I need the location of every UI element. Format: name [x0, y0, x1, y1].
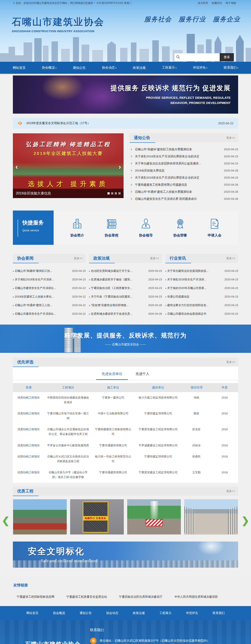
quick-item-charter[interactable]: 协会章程 [105, 218, 118, 238]
notices-more-link[interactable]: 更多>> [226, 136, 235, 140]
footer-nav-awards[interactable]: 评优评先 [179, 611, 205, 615]
carousel-dot-3[interactable] [115, 192, 117, 194]
list-item: “营改增”后建筑业项目部增值...2020-04-28 [89, 301, 162, 310]
news-link[interactable]: 石嘴山市建筑安全生产月演讲比... [13, 312, 70, 316]
selection-more-link[interactable]: 更多>> [226, 360, 235, 364]
news-link[interactable]: “营改增”后建筑业项目部增值... [89, 303, 146, 307]
contact-title: 联系我们 [90, 628, 251, 632]
news-link[interactable]: 住房和城乡建设部关于改进住房... [89, 312, 146, 316]
slide-banner-text: 选拔人才 提升素质 [13, 180, 124, 188]
news-date: 2020-04-23 [148, 278, 162, 281]
notice-link[interactable]: 石嘴山市“商建杯”建筑职工技能大赛圆满结束 [135, 148, 222, 151]
footer-nav-policies[interactable]: 政策法规 [126, 611, 152, 615]
quick-item-intro[interactable]: 协会简介 [70, 218, 84, 238]
carousel-next-icon[interactable]: › [119, 163, 121, 170]
hero-banner: 提供服务 反映诉求 规范行为 促进发展 PROVIDE SERVICES, RE… [13, 76, 238, 114]
news-link[interactable]: 关于做好2020年石嘴山市房屋... [165, 286, 223, 290]
news-date: 2020-04-23 [224, 270, 238, 272]
nav-item-notices[interactable]: 通知公告 [65, 62, 94, 74]
footer-nav-projects[interactable]: 工程展示 [152, 611, 179, 615]
gallery-prev-icon[interactable]: ❮ [2, 516, 10, 525]
medal-icon [174, 218, 186, 230]
books-icon [106, 218, 118, 230]
footer-nav-home[interactable]: 网站首页 [19, 611, 46, 615]
carousel-prev-icon[interactable]: ‹ [16, 163, 18, 170]
notice-link[interactable]: 石嘴山市建筑安全生产月演讲比赛 获得圆满成功 [135, 197, 222, 201]
notice-link[interactable]: 宁夏商建建筑工程集团有限公司援建信息 [135, 183, 222, 187]
search-input[interactable] [174, 53, 220, 61]
news-link[interactable]: 关于举办建筑业抗击新冠肺炎疫... [165, 269, 223, 273]
carousel-dot-2[interactable] [111, 192, 113, 194]
cell-project: 平罗县公共服务中心配套附属用房 [44, 440, 92, 451]
list-item: 自治区住房和城乡建设厅关于实...2020-04-23 [89, 267, 162, 275]
quick-item-leaders[interactable]: 协会领导 [139, 218, 153, 238]
nav-item-policies[interactable]: 政策法规 [125, 62, 154, 74]
notice-link[interactable]: 关于举办建筑业抗击新冠肺炎疫情系列公益直播讲... [135, 162, 222, 166]
railing-image [184, 506, 194, 535]
quick-item-label: 协会荣誉 [173, 233, 187, 238]
notice-link[interactable]: 关于表彰2019安全生产月演讲比赛获奖企业的决定 [135, 154, 222, 158]
column-association-news: 协会要闻 更多>> 石嘴山市“商建杯”建筑职工技...2020-04-23 关于… [13, 254, 86, 318]
search-button[interactable]: 搜索 [220, 53, 234, 61]
news-link[interactable]: 自治区住房和城乡建设厅关于实... [89, 269, 146, 273]
banner-subtitle-line1: PROVIDE SERVICES, REFLECT DEMANDS, REGUL… [110, 95, 231, 100]
gallery-photo-site-ceremony[interactable] [13, 499, 67, 535]
news-link[interactable]: 住房城乡建设部关于修改《建筑... [89, 278, 146, 282]
gallery-photo-elevator-shaft[interactable]: 电梯井口 注意安全 [70, 499, 124, 535]
friend-link[interactable]: 中华人民共和国住房和城乡建设部 [174, 595, 218, 599]
nav-item-about[interactable]: 协会概况 [34, 62, 65, 74]
news-link[interactable]: 石嘴山市建筑业协会募捐倡议书 [165, 312, 223, 316]
quick-item-apply[interactable]: 申请入会 [208, 218, 221, 238]
nav-item-contact[interactable]: 联系我们 [216, 62, 246, 74]
nav-item-awards[interactable]: 评优评先 [185, 62, 216, 74]
news-link[interactable]: 宁夏回族自治区《工程质量安全... [89, 286, 146, 290]
notice-link[interactable]: 2019全区技能大赛信息 [135, 169, 222, 172]
cell-award: 优质结构工程项目 [13, 424, 44, 440]
safety-sign-text: 电梯井口 注意安全 [83, 516, 108, 520]
news-link[interactable]: 2019全区建筑工人技能大赛在... [13, 295, 70, 299]
cell-manager: 苏克富 [182, 424, 211, 440]
carousel-dot-4[interactable] [118, 192, 121, 194]
tab-advanced-member-units[interactable]: 先进会员单位 [96, 369, 128, 380]
news-link[interactable]: 建筑业要全力打好控疫情和促发... [165, 303, 223, 307]
announcement-link[interactable]: 2019年度质量安全文明标准化示范工地（17号） [25, 121, 218, 125]
bookmark-site-link[interactable]: 收藏本站 [210, 1, 224, 5]
quick-service-label: 快捷服务 Quick service [13, 210, 54, 245]
carousel-dot-1[interactable] [107, 192, 110, 194]
news-link[interactable]: 石嘴山市“华通杯”建筑工人技... [13, 303, 70, 307]
news-link[interactable]: 关于表彰2019安全生产月演讲... [13, 278, 70, 282]
news-link[interactable]: 关于印发《宁夏回族自治区建筑... [89, 295, 146, 299]
gallery-next-icon[interactable]: ❯ [241, 516, 249, 525]
list-item: 关于举办建筑业抗击新冠肺炎疫...2020-04-23 [165, 267, 238, 275]
footer-nav-contact[interactable]: 联系我们 [205, 611, 232, 615]
column-more-link[interactable]: 更多>> [226, 256, 235, 260]
nav-item-home[interactable]: 网站首页 [5, 62, 34, 74]
tab-advanced-individuals[interactable]: 先进个人 [130, 369, 155, 380]
news-link[interactable]: 石嘴山市“商建杯”建筑职工技... [13, 269, 70, 273]
news-link[interactable]: 关于表彰2019安全生产月演讲... [165, 278, 223, 282]
footer-nav-about[interactable]: 协会概况 [46, 611, 72, 615]
gallery-photo-water-test[interactable] [127, 499, 181, 535]
nav-item-projects[interactable]: 工程展示 [154, 62, 185, 74]
notice-link[interactable]: 石嘴山市“华通杯”建筑工人技能大赛圆满结束 [135, 190, 222, 194]
notice-link[interactable]: 关于表彰2019安全生产月演讲比赛获奖企业的决定 [135, 176, 222, 180]
column-more-link[interactable]: 更多>> [150, 256, 159, 260]
site-map-link[interactable]: 电子地图 [224, 1, 238, 5]
footer-logo-cn: 石嘴山市建筑业协会 [25, 640, 90, 644]
friend-link[interactable]: 宁夏建设工程质量安全监督总站 [67, 595, 107, 599]
news-link[interactable]: 石嘴山市建筑安全生产月演讲比... [13, 286, 70, 290]
quick-item-honors[interactable]: 协会荣誉 [173, 218, 187, 238]
footer-nav-notices[interactable]: 通知公告 [72, 611, 99, 615]
set-homepage-link[interactable]: 设为首页 [196, 1, 210, 5]
table-row: 优质结构工程项目石嘴山市大武口区五岳路跨北武当河桥梁及道路工程银川第一市政工程有… [13, 451, 238, 467]
friend-link[interactable]: 宁夏建设工程招标投标信息网 [17, 595, 55, 599]
friend-link[interactable]: 宁夏回族自治区住房和城乡建设厅 [119, 595, 163, 599]
column-more-link[interactable]: 更多>> [74, 256, 83, 260]
contact-address: 单位地址：石嘴山市大武口区裕民南路107号（石嘴山市示范性综合实践学校院内） [100, 639, 210, 643]
nav-item-news[interactable]: 协会动态 [94, 62, 125, 74]
footer-nav-news[interactable]: 协会动态 [99, 611, 126, 615]
carousel-caption-link[interactable]: 2019全区技能大赛信息 [16, 191, 107, 196]
gallery-photo-bridge[interactable] [184, 499, 238, 535]
gallery-more-link[interactable]: 更多>> [226, 489, 235, 493]
news-link[interactable]: 华通公司援建信息 [165, 295, 223, 299]
